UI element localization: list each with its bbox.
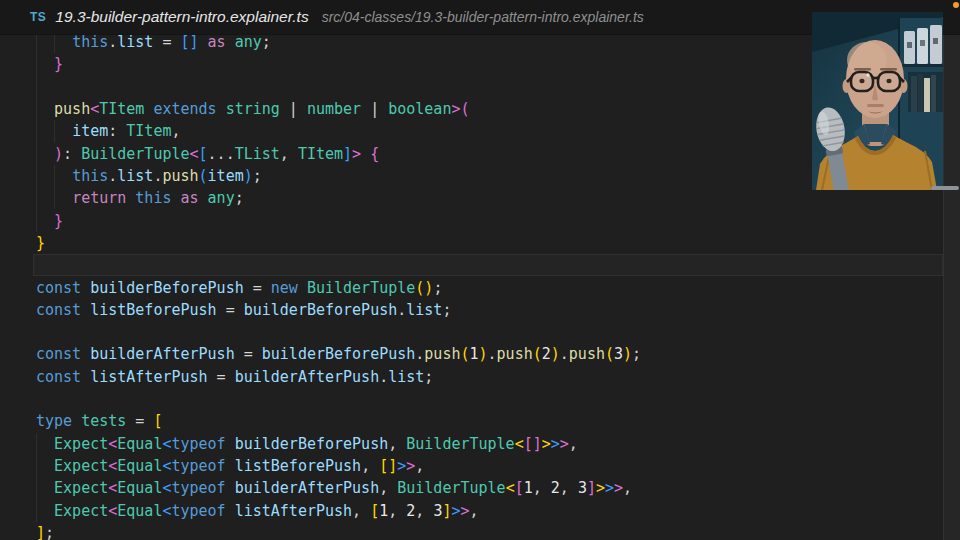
code-line[interactable]: Expect<Equal<typeof listAfterPush, [1, 2… [36,500,479,522]
code-line[interactable]: push<TItem extends string | number | boo… [36,98,470,120]
code-line[interactable]: const listBeforePush = builderBeforePush… [36,299,451,321]
code-line[interactable]: Expect<Equal<typeof listBeforePush, []>>… [36,455,424,477]
code-line[interactable]: } [36,53,63,75]
code-line[interactable]: item: TItem, [36,120,181,142]
scrollbar-track[interactable] [943,35,960,540]
webcam-overlay[interactable] [812,12,943,190]
tab-file-path: src/04-classes/19.3-builder-pattern-intr… [322,9,644,25]
code-lines: this.list = [] as any; } push<TItem exte… [36,35,936,540]
shelf-books [908,72,943,112]
file-tab[interactable]: TS 19.3-builder-pattern-intro.explainer.… [0,8,644,26]
code-line[interactable]: ]; [36,522,54,540]
code-line[interactable]: Expect<Equal<typeof builderAfterPush, Bu… [36,477,632,499]
code-line[interactable]: } [36,232,45,254]
code-line[interactable]: const builderBeforePush = new BuilderTup… [36,277,442,299]
code-line[interactable]: Expect<Equal<typeof builderBeforePush, B… [36,433,578,455]
code-line[interactable]: const builderAfterPush = builderBeforePu… [36,343,641,365]
code-line[interactable]: ): BuilderTuple<[...TList, TItem]> { [36,143,379,165]
code-line[interactable]: } [36,210,63,232]
code-line[interactable]: return this as any; [36,187,244,209]
webcam-resize-handle[interactable] [931,186,959,190]
tab-file-name: 19.3-builder-pattern-intro.explainer.ts [55,8,308,26]
code-line[interactable]: type tests = [ [36,410,162,432]
recording-indicator-dot [953,2,959,8]
typescript-file-icon: TS [30,10,46,24]
code-line[interactable]: const listAfterPush = builderAfterPush.l… [36,366,433,388]
presenter-portrait [812,12,943,190]
code-line[interactable]: this.list = [] as any; [36,35,271,53]
code-line[interactable]: this.list.push(item); [36,165,262,187]
